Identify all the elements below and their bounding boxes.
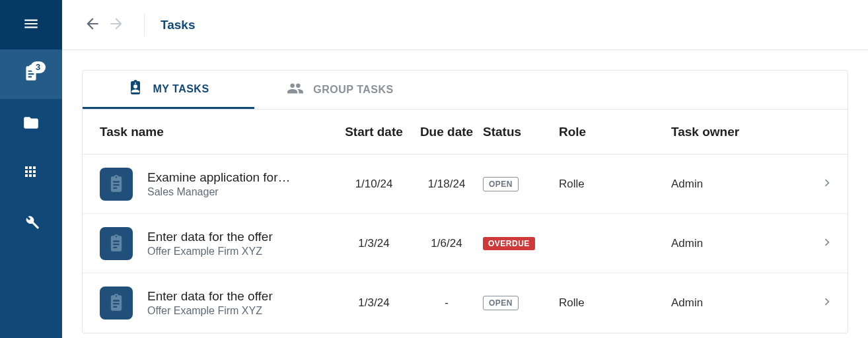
grid-icon	[23, 164, 39, 183]
task-start-date: 1/3/24	[338, 237, 410, 250]
sidebar-item-settings[interactable]	[0, 198, 62, 248]
tab-my-tasks[interactable]: MY TASKS	[83, 71, 254, 109]
task-subtitle: Offer Example Firm XYZ	[147, 305, 338, 317]
chevron-right-icon	[820, 294, 834, 312]
sidebar: 3	[0, 0, 62, 338]
chevron-right-icon	[820, 176, 834, 193]
table-row[interactable]: Enter data for the offer Offer Example F…	[83, 273, 848, 333]
table-body: Examine application for… Sales Manager 1…	[83, 154, 848, 333]
task-status-cell: OVERDUE	[483, 237, 559, 250]
table-row[interactable]: Examine application for… Sales Manager 1…	[83, 154, 848, 214]
tab-my-tasks-label: MY TASKS	[153, 83, 209, 95]
task-owner: Admin	[671, 296, 803, 310]
task-due-date: -	[410, 296, 483, 310]
status-badge: OPEN	[483, 296, 519, 310]
menu-toggle-button[interactable]	[0, 0, 62, 50]
task-subtitle: Sales Manager	[147, 186, 338, 198]
table-row[interactable]: Enter data for the offer Offer Example F…	[83, 214, 848, 273]
people-icon	[287, 80, 304, 100]
task-title: Examine application for…	[147, 170, 338, 185]
assignment-ind-icon	[127, 80, 143, 98]
status-badge: OPEN	[483, 177, 519, 191]
row-open-arrow[interactable]	[803, 294, 834, 312]
arrow-left-icon	[84, 15, 101, 35]
col-header-start: Start date	[338, 125, 410, 139]
topbar: Tasks	[62, 0, 868, 50]
row-open-arrow[interactable]	[803, 176, 834, 193]
separator	[144, 14, 145, 36]
task-subtitle: Offer Example Firm XYZ	[147, 246, 338, 257]
col-header-role: Role	[559, 125, 671, 139]
col-header-owner: Task owner	[671, 125, 803, 139]
task-role: Rolle	[559, 178, 671, 191]
task-title: Enter data for the offer	[147, 289, 338, 304]
table-header: Task name Start date Due date Status Rol…	[83, 110, 848, 154]
tasks-panel: MY TASKS GROUP TASKS Task name Start dat…	[82, 70, 848, 333]
tab-group-tasks-label: GROUP TASKS	[313, 84, 393, 96]
task-owner: Admin	[671, 237, 803, 250]
task-start-date: 1/10/24	[338, 178, 410, 191]
col-header-name: Task name	[100, 125, 338, 139]
task-icon	[100, 227, 133, 260]
tab-group-tasks[interactable]: GROUP TASKS	[254, 71, 426, 109]
nav-back-button[interactable]	[81, 13, 104, 37]
tasks-badge: 3	[30, 61, 46, 73]
row-open-arrow[interactable]	[803, 235, 834, 252]
col-header-status: Status	[483, 125, 559, 139]
main: Tasks MY TASKS GROUP TASKS	[62, 0, 868, 338]
task-owner: Admin	[671, 178, 803, 191]
page-title: Tasks	[161, 18, 195, 32]
task-due-date: 1/6/24	[410, 237, 483, 250]
status-badge: OVERDUE	[483, 237, 535, 250]
task-icon	[100, 168, 133, 201]
sidebar-item-tasks[interactable]: 3	[0, 50, 62, 99]
wrench-icon	[22, 213, 40, 233]
task-title: Enter data for the offer	[147, 230, 338, 244]
task-role: Rolle	[559, 296, 671, 310]
sidebar-item-folders[interactable]	[0, 99, 62, 149]
content: MY TASKS GROUP TASKS Task name Start dat…	[62, 50, 868, 338]
task-status-cell: OPEN	[483, 296, 559, 310]
arrow-right-icon	[108, 15, 125, 35]
tabs: MY TASKS GROUP TASKS	[83, 71, 848, 110]
task-start-date: 1/3/24	[338, 296, 410, 310]
task-icon	[100, 287, 133, 320]
folder-icon	[22, 114, 40, 134]
hamburger-icon	[22, 15, 40, 35]
task-due-date: 1/18/24	[410, 178, 483, 191]
task-status-cell: OPEN	[483, 177, 559, 191]
sidebar-item-apps[interactable]	[0, 149, 62, 198]
chevron-right-icon	[820, 235, 834, 252]
col-header-due: Due date	[410, 125, 483, 139]
nav-forward-button[interactable]	[104, 13, 128, 37]
